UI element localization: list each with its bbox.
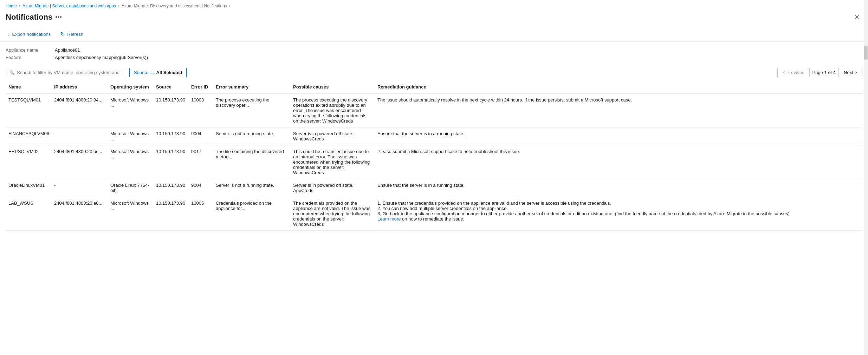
table-container: Name IP address Operating system Source …: [0, 81, 868, 231]
page-header: Notifications ••• ✕: [0, 11, 868, 27]
learn-more-link[interactable]: Learn more: [377, 216, 401, 222]
search-box[interactable]: [6, 68, 125, 77]
close-button[interactable]: ✕: [851, 12, 862, 22]
cell-ip: 2404:f801:4800:20:bc...: [51, 145, 108, 179]
table-row: TESTSQLVM01 2404:f801:4800:20:94... Micr…: [6, 93, 862, 127]
cell-source: 10.150.173.90: [153, 197, 188, 231]
cell-error-id: 9004: [188, 127, 213, 145]
cell-causes: Server is in powered off state.: Windows…: [290, 127, 375, 145]
cell-error-id: 10005: [188, 197, 213, 231]
cell-source: 10.150.173.90: [153, 179, 188, 197]
feature-value: Agentless dependency mapping(66 Server(s…: [55, 55, 862, 60]
table-row: FINANCESQLVM06 - Microsoft Windows ... 1…: [6, 127, 862, 145]
cell-name: LAB_WSUS: [6, 197, 51, 231]
table-row: OracleLinuxVM01 - Oracle Linux 7 (64-bit…: [6, 179, 862, 197]
col-header-causes[interactable]: Possible causes: [290, 81, 375, 93]
cell-os: Oracle Linux 7 (64-bit): [108, 179, 153, 197]
source-filter-button[interactable]: Source == All Selected: [129, 68, 187, 77]
refresh-icon: [60, 31, 65, 37]
cell-name: FINANCESQLVM06: [6, 127, 51, 145]
cell-remediation: 1. Ensure that the credentials provided …: [375, 197, 862, 231]
cell-remediation: Ensure that the server is in a running s…: [375, 179, 862, 197]
refresh-button[interactable]: Refresh: [58, 29, 85, 39]
cell-causes: Server is in powered off state.: AppCred…: [290, 179, 375, 197]
close-icon: ✕: [854, 14, 860, 21]
col-header-source[interactable]: Source: [153, 81, 188, 93]
cell-remediation: The issue should automatically resolve i…: [375, 93, 862, 127]
appliance-label: Appliance name: [6, 47, 55, 53]
scrollbar-track: [864, 0, 868, 231]
table-row: ERPSQLVM02 2404:f801:4800:20:bc... Micro…: [6, 145, 862, 179]
col-header-name[interactable]: Name: [6, 81, 51, 93]
col-header-error-id[interactable]: Error ID: [188, 81, 213, 93]
feature-label: Feature: [6, 55, 55, 60]
search-icon: [9, 70, 15, 75]
cell-ip: -: [51, 179, 108, 197]
cell-remediation: Ensure that the server is in a running s…: [375, 127, 862, 145]
cell-summary: Server is not a running state.: [213, 179, 290, 197]
cell-summary: Credentials provided on the appliance fo…: [213, 197, 290, 231]
previous-button[interactable]: < Previous: [777, 68, 810, 77]
cell-os: Microsoft Windows ...: [108, 127, 153, 145]
cell-causes: The process executing the discovery oper…: [290, 93, 375, 127]
cell-name: TESTSQLVM01: [6, 93, 51, 127]
table-header-row: Name IP address Operating system Source …: [6, 81, 862, 93]
breadcrumb-servers[interactable]: Azure Migrate | Servers, databases and w…: [22, 4, 116, 8]
col-header-summary[interactable]: Error summary: [213, 81, 290, 93]
cell-source: 10.150.173.90: [153, 127, 188, 145]
meta-section: Appliance name Appliance01 Feature Agent…: [0, 42, 868, 64]
breadcrumb: Home › Azure Migrate | Servers, database…: [0, 0, 868, 11]
cell-error-id: 9017: [188, 145, 213, 179]
search-input[interactable]: [17, 70, 121, 75]
cell-ip: -: [51, 127, 108, 145]
cell-summary: The file containing the discovered metad…: [213, 145, 290, 179]
toolbar: Export notifications Refresh: [0, 27, 868, 42]
cell-causes: The credentials provided on the applianc…: [290, 197, 375, 231]
cell-os: Microsoft Windows ...: [108, 93, 153, 127]
pagination: < Previous Page 1 of 4 Next >: [777, 68, 862, 77]
breadcrumb-current: Azure Migrate: Discovery and assessment …: [122, 4, 227, 8]
col-header-os[interactable]: Operating system: [108, 81, 153, 93]
cell-error-id: 10003: [188, 93, 213, 127]
col-header-remediation[interactable]: Remediation guidance: [375, 81, 862, 93]
cell-source: 10.150.173.90: [153, 93, 188, 127]
appliance-value: Appliance01: [55, 47, 862, 53]
cell-ip: 2404:f801:4800:20:a0...: [51, 197, 108, 231]
cell-name: ERPSQLVM02: [6, 145, 51, 179]
col-header-ip[interactable]: IP address: [51, 81, 108, 93]
cell-causes: This could be a transient issue due to a…: [290, 145, 375, 179]
cell-summary: The process executing the discovery oper…: [213, 93, 290, 127]
export-icon: [8, 32, 10, 37]
table-row: LAB_WSUS 2404:f801:4800:20:a0... Microso…: [6, 197, 862, 231]
export-notifications-button[interactable]: Export notifications: [6, 30, 53, 38]
cell-source: 10.150.173.90: [153, 145, 188, 179]
cell-name: OracleLinuxVM01: [6, 179, 51, 197]
cell-os: Microsoft Windows ...: [108, 197, 153, 231]
export-label: Export notifications: [12, 32, 51, 37]
more-options-icon[interactable]: •••: [55, 14, 62, 21]
refresh-label: Refresh: [67, 32, 83, 37]
cell-os: Microsoft Windows ...: [108, 145, 153, 179]
filter-bar: Source == All Selected < Previous Page 1…: [0, 64, 868, 81]
page-info: Page 1 of 4: [812, 70, 836, 75]
cell-error-id: 9004: [188, 179, 213, 197]
cell-remediation: Please submit a Microsoft support case t…: [375, 145, 862, 179]
source-filter-value: All Selected: [156, 70, 182, 75]
breadcrumb-home[interactable]: Home: [6, 4, 17, 8]
cell-ip: 2404:f801:4800:20:94...: [51, 93, 108, 127]
cell-summary: Server is not a running state.: [213, 127, 290, 145]
page-title: Notifications: [6, 13, 52, 22]
scrollbar-thumb[interactable]: [864, 46, 868, 60]
notifications-table: Name IP address Operating system Source …: [6, 81, 862, 231]
next-button[interactable]: Next >: [838, 68, 862, 77]
